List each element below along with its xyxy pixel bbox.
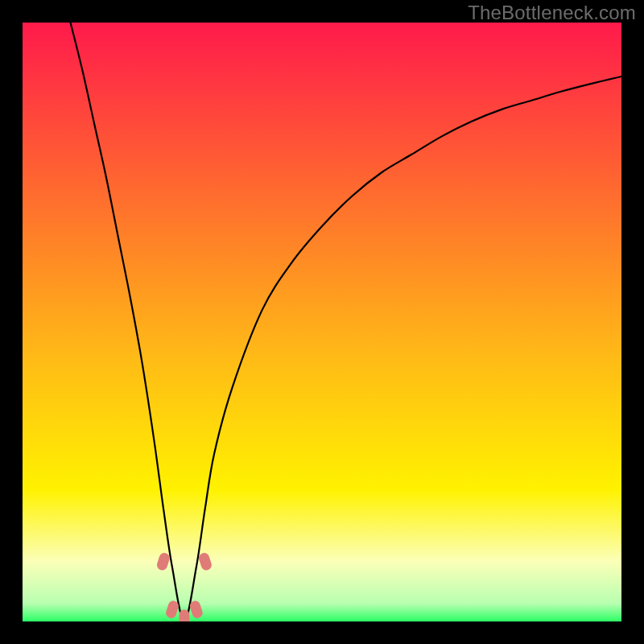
plot-area xyxy=(23,23,621,621)
chart-frame: TheBottleneck.com xyxy=(0,0,644,644)
watermark-text: TheBottleneck.com xyxy=(468,2,636,24)
gradient-background xyxy=(23,23,621,621)
curve-marker-2 xyxy=(179,609,189,621)
chart-svg xyxy=(23,23,621,621)
